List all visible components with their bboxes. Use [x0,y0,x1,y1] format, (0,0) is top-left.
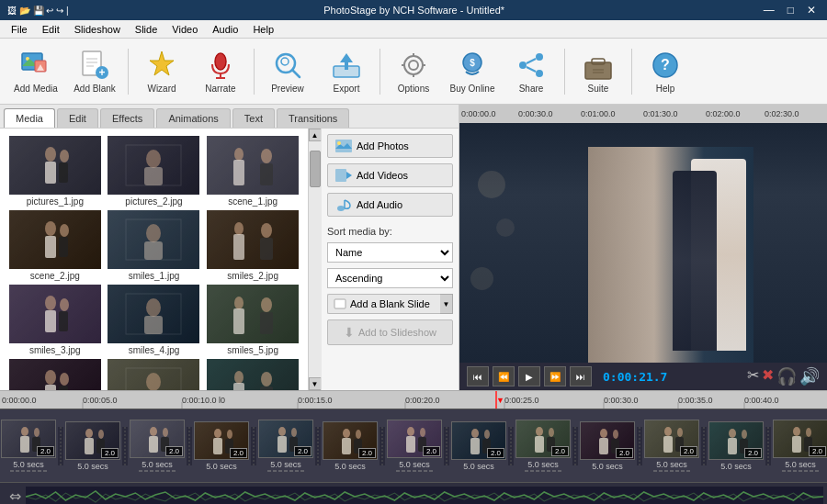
svg-rect-57 [45,236,56,258]
svg-rect-167 [342,438,351,454]
menu-edit[interactable]: Edit [35,22,67,37]
slide-item[interactable]: 2.05.0 secs [0,420,57,473]
rewind-start-button[interactable]: ⏮ [467,366,489,386]
slide-item[interactable]: 2.05.0 secs [515,420,572,473]
tab-effects[interactable]: Effects [100,108,154,128]
slide-duration-label: 5.0 secs [720,462,752,471]
scroll-thumb[interactable] [310,151,321,187]
minimize-button[interactable]: — [760,4,778,17]
media-item[interactable]: pictures_2.jpg [107,136,202,207]
svg-point-95 [261,372,272,386]
media-item[interactable]: scene_2.jpg [7,210,103,281]
tab-text[interactable]: Text [232,108,275,128]
menu-help[interactable]: Help [245,22,281,37]
options-button[interactable]: Options [385,42,442,101]
media-item[interactable]: smiles_1.jpg [107,210,202,281]
svg-point-70 [45,296,56,310]
media-item-label: smiles_3.jpg [29,345,81,355]
slide-duration-badge: 2.0 [358,448,376,458]
menu-file[interactable]: File [4,22,35,37]
fast-forward-button[interactable]: ⏩ [544,366,566,386]
preview-button[interactable]: Preview [259,42,316,101]
window-controls[interactable]: — □ ✕ [760,4,820,17]
tab-transitions[interactable]: Transitions [277,108,349,128]
narrate-button[interactable]: Narrate [192,42,249,101]
svg-rect-63 [144,241,163,260]
headphone-icon[interactable]: 🎧 [776,366,797,386]
fast-forward-end-button[interactable]: ⏭ [570,366,592,386]
share-button[interactable]: Share [503,42,560,101]
slide-item[interactable]: 2.05.0 secs [257,420,314,473]
slide-item[interactable]: 2.05.0 secs [193,421,250,471]
menu-audio[interactable]: Audio [205,22,245,37]
slide-separator [572,427,578,465]
scroll-track[interactable] [309,141,322,377]
add-videos-button[interactable]: Add Videos [327,163,453,187]
slide-duration-label: 5.0 secs [785,460,816,469]
audio-move-icon[interactable]: ⇔ [4,486,26,505]
menu-slide[interactable]: Slide [128,22,164,37]
menu-video[interactable]: Video [164,22,205,37]
media-item-label: pictures_2.jpg [125,196,182,207]
speaker-icon[interactable]: 🔊 [799,366,820,386]
suite-button[interactable]: Suite [570,42,627,101]
sort-name-select[interactable]: Name Date Size [327,242,453,263]
maximize-button[interactable]: □ [784,4,798,17]
add-media-button[interactable]: Add Media [7,42,64,101]
media-item[interactable]: smiles_8.jpg [205,359,300,390]
media-item[interactable]: smiles_6.jpg [7,359,103,390]
svg-point-79 [234,297,244,309]
export-button[interactable]: Export [318,42,375,101]
tab-animations[interactable]: Animations [156,108,230,128]
svg-point-53 [261,149,272,163]
slide-item[interactable]: 2.05.0 secs [708,421,765,471]
cut-icon[interactable]: ✂ [747,366,759,386]
add-blank-slide-button[interactable]: Add a Blank Slide [327,294,440,314]
slide-item[interactable]: 2.05.0 secs [64,421,121,471]
blank-slide-dropdown[interactable]: ▼ [440,294,453,314]
svg-point-32 [536,70,543,77]
buy-online-button[interactable]: $ Buy Online [444,42,501,101]
media-item[interactable]: smiles [107,359,202,390]
sort-order-select[interactable]: Ascending Descending [327,268,453,288]
svg-rect-66 [233,234,244,260]
slide-item[interactable]: 2.05.0 secs [772,420,827,473]
close-button[interactable]: ✕ [803,4,820,17]
slide-timeline[interactable]: 2.05.0 secs2.05.0 secs2.05.0 secs2.05.0 … [0,409,827,482]
media-item[interactable]: smiles_5.jpg [205,285,300,355]
play-button[interactable]: ▶ [518,366,540,386]
scroll-up-arrow[interactable]: ▲ [309,129,322,141]
media-item[interactable]: pictures_1.jpg [7,136,103,207]
media-item[interactable]: smiles_4.jpg [107,285,202,355]
ruler-time-5: 0:02:30.0 [765,109,799,118]
wizard-button[interactable]: Wizard [133,42,190,101]
scroll-down-arrow[interactable]: ▼ [309,377,322,390]
svg-rect-135 [149,436,158,453]
add-audio-button[interactable]: Add Audio [327,193,453,217]
slide-item[interactable]: 2.05.0 secs [579,421,636,471]
media-content: pictures_1.jpgpictures_2.jpgscene_1.jpgs… [0,129,459,390]
add-photos-button[interactable]: Add Photos [327,134,453,158]
slide-item[interactable]: 2.05.0 secs [386,420,443,473]
tab-edit[interactable]: Edit [57,108,98,128]
media-item[interactable]: smiles_3.jpg [7,285,103,355]
rewind-button[interactable]: ⏪ [493,366,515,386]
options-label: Options [398,84,429,94]
slide-item[interactable]: 2.05.0 secs [129,420,186,473]
slide-separator [508,427,514,465]
slide-duration-badge: 2.0 [37,446,54,456]
media-scrollbar[interactable]: ▲ ▼ [308,129,321,390]
add-to-slideshow-button[interactable]: ⬇ Add to Slideshow [327,319,453,345]
add-blank-button[interactable]: + Add Blank [66,42,123,101]
help-button[interactable]: ? Help [637,42,694,101]
tab-media[interactable]: Media [4,108,55,128]
menu-slideshow[interactable]: Slideshow [67,22,128,37]
slide-duration-label: 5.0 secs [656,460,687,469]
delete-icon[interactable]: ✖ [762,366,774,386]
media-item[interactable]: scene_1.jpg [205,136,300,207]
slide-item[interactable]: 2.05.0 secs [322,421,379,471]
media-item[interactable]: smiles_2.jpg [205,210,300,281]
slide-item[interactable]: 2.05.0 secs [450,421,507,471]
slide-item[interactable]: 2.05.0 secs [643,420,700,473]
svg-point-134 [150,427,157,436]
